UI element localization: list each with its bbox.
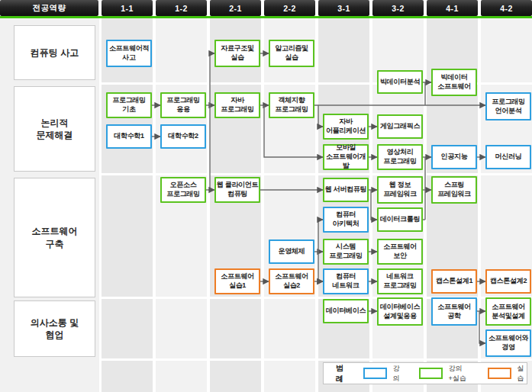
- course-game-gfx: 게임그래픽스: [377, 114, 423, 139]
- course-math2: 대학수학2: [160, 124, 206, 149]
- column-stripe: [210, 18, 261, 392]
- header-semester-1-1: 1-1: [102, 0, 153, 16]
- legend-lecture-practice-label: 강의+실습: [448, 364, 471, 384]
- header-competency-label: 전공역량: [33, 3, 66, 14]
- header-semester-label: 3-2: [392, 4, 405, 13]
- course-web-info: 웹 정보 프레임워크: [377, 176, 423, 204]
- course-bigdata-analysis: 빅데이터분석: [377, 70, 423, 94]
- header-semester-label: 3-1: [337, 4, 350, 13]
- row-separator: [100, 358, 532, 361]
- course-sw-practice1: 소프트웨어 실습1: [214, 268, 260, 294]
- course-capstone2: 캡스톤설계2: [485, 269, 531, 294]
- header-semester-2-2: 2-2: [264, 0, 315, 16]
- header-semester-3-1: 3-1: [318, 0, 369, 16]
- course-opensource: 오픈소스 프로그래밍: [160, 177, 206, 203]
- legend-lecture-swatch: [363, 368, 387, 379]
- course-comp-arch: 컴퓨터 아키텍처: [323, 207, 369, 233]
- legend-practice-label: 실습: [517, 364, 527, 384]
- course-java-app: 자바 어플리케이션: [323, 114, 369, 140]
- course-web-client: 웹 클라이언트 컴퓨팅: [214, 177, 260, 203]
- header-semester-4-1: 4-1: [427, 0, 478, 16]
- course-capstone1: 캡스톤설계1: [431, 269, 477, 294]
- header-semester-label: 2-1: [229, 4, 242, 13]
- course-data-struct: 자료구조및 실습: [214, 40, 260, 67]
- course-algorithm: 알고리즘및 실습: [269, 40, 314, 67]
- course-db-design: 데이터베이스 설계및응용: [377, 297, 423, 326]
- course-spring: 스프링 프레임워크: [431, 176, 477, 204]
- course-sw-analysis: 소프트웨어 분석및설계: [485, 297, 531, 326]
- course-sw-security: 소프트웨어 보안: [377, 239, 423, 265]
- legend: 범례 강의 강의+실습 실습: [323, 362, 527, 384]
- header-competency-cell: 전공역량: [0, 0, 98, 16]
- course-prog-apply: 프로그래밍 응용: [160, 92, 206, 118]
- course-java-prog: 자바 프로그래밍: [214, 92, 260, 118]
- header-semester-label: 1-2: [175, 4, 188, 13]
- course-ml: 머신러닝: [485, 145, 531, 169]
- course-mobile-sw: 모바일 소프트웨어개발: [323, 144, 369, 170]
- course-data-crawl: 데이터크롤링: [377, 207, 423, 232]
- legend-lecture-practice-swatch: [419, 368, 443, 379]
- column-stripe: [318, 18, 369, 392]
- legend-title: 범례: [336, 363, 347, 384]
- header-semester-1-2: 1-2: [156, 0, 207, 16]
- header-semester-label: 1-1: [121, 4, 134, 13]
- course-sw-mgmt: 소프트웨어와 경영: [485, 329, 531, 357]
- course-oop: 객체지향 프로그래밍: [269, 92, 314, 118]
- column-stripe: [264, 18, 315, 392]
- competency-label-2: 소프트웨어 구축: [14, 178, 95, 297]
- competency-label-0: 컴퓨팅 사고: [14, 25, 95, 80]
- course-image-proc: 영상처리 프로그래밍: [377, 144, 423, 170]
- header-semester-4-2: 4-2: [481, 0, 532, 16]
- header-semester-label: 4-2: [500, 4, 513, 13]
- legend-practice-swatch: [488, 368, 511, 379]
- course-net-prog: 네트워크 프로그래밍: [377, 268, 423, 294]
- competency-label-3: 의사소통 및 협업: [14, 300, 95, 357]
- competency-label-1: 논리적 문제해결: [14, 86, 95, 172]
- header-semester-label: 4-1: [446, 4, 459, 13]
- course-sw-eng: 소프트웨어 공학: [431, 297, 477, 326]
- course-ai: 인공지능: [431, 145, 477, 169]
- course-prog-basic: 프로그래밍 기초: [106, 92, 152, 118]
- legend-lecture-label: 강의: [392, 364, 402, 384]
- course-sys-prog: 시스템 프로그래밍: [323, 239, 369, 265]
- row-separator: [100, 173, 532, 175]
- column-stripe: [156, 18, 207, 392]
- header-semester-label: 2-2: [283, 4, 296, 13]
- course-prog-lang: 프로그래밍 언어분석: [485, 92, 531, 120]
- header-semester-2-1: 2-1: [210, 0, 261, 16]
- course-database: 데이터베이스: [323, 299, 369, 323]
- course-sw-thinking: 소프트웨어적 사고: [106, 40, 152, 67]
- curriculum-map: 전공역량 1-11-22-12-23-13-24-14-2 컴퓨팅 사고논리적 …: [0, 0, 532, 392]
- course-comp-network: 컴퓨터 네트워크: [323, 268, 369, 294]
- header-semester-3-2: 3-2: [372, 0, 424, 16]
- course-math1: 대학수학1: [106, 124, 152, 149]
- course-web-server: 웹 서버컴퓨팅: [323, 178, 369, 202]
- course-sw-practice2: 소프트웨어 실습2: [269, 268, 314, 294]
- column-stripe: [102, 18, 153, 392]
- course-bigdata-sw: 빅데이터 소프트웨어: [431, 69, 477, 96]
- course-os: 운영체제: [269, 239, 314, 264]
